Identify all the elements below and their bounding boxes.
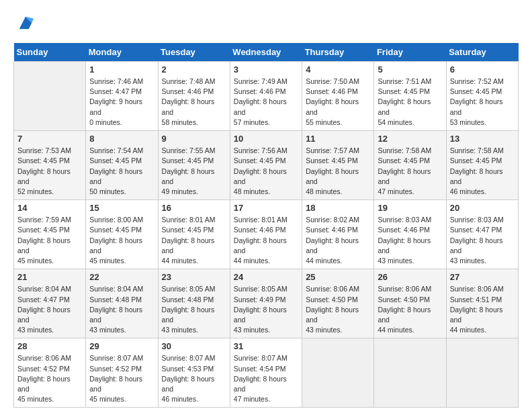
day-number: 21: [17, 272, 82, 282]
day-info: Sunrise: 7:53 AMSunset: 4:45 PMDaylight:…: [17, 146, 82, 197]
calendar-cell: 26Sunrise: 8:06 AMSunset: 4:50 PMDayligh…: [374, 269, 446, 338]
day-info: Sunrise: 7:48 AMSunset: 4:46 PMDaylight:…: [162, 77, 226, 128]
calendar-cell: 11Sunrise: 7:57 AMSunset: 4:45 PMDayligh…: [302, 131, 374, 200]
day-info: Sunrise: 8:01 AMSunset: 4:45 PMDaylight:…: [162, 215, 226, 266]
calendar-cell: 6Sunrise: 7:52 AMSunset: 4:45 PMDaylight…: [446, 62, 518, 131]
calendar-cell: 2Sunrise: 7:48 AMSunset: 4:46 PMDaylight…: [158, 62, 230, 131]
day-info: Sunrise: 8:03 AMSunset: 4:46 PMDaylight:…: [378, 215, 442, 266]
day-number: 17: [234, 203, 298, 213]
calendar-cell: 20Sunrise: 8:03 AMSunset: 4:47 PMDayligh…: [446, 200, 518, 269]
day-info: Sunrise: 7:52 AMSunset: 4:45 PMDaylight:…: [450, 77, 515, 128]
day-number: 10: [234, 134, 298, 144]
calendar-week-row: 14Sunrise: 7:59 AMSunset: 4:45 PMDayligh…: [14, 200, 519, 269]
logo-icon: [16, 13, 35, 32]
day-number: 11: [306, 134, 370, 144]
calendar-cell: 4Sunrise: 7:50 AMSunset: 4:46 PMDaylight…: [302, 62, 374, 131]
calendar-header: SundayMondayTuesdayWednesdayThursdayFrid…: [14, 43, 519, 62]
day-info: Sunrise: 8:02 AMSunset: 4:46 PMDaylight:…: [306, 215, 370, 266]
calendar-week-row: 21Sunrise: 8:04 AMSunset: 4:47 PMDayligh…: [14, 269, 519, 338]
day-info: Sunrise: 7:58 AMSunset: 4:45 PMDaylight:…: [378, 146, 442, 197]
calendar-cell: 18Sunrise: 8:02 AMSunset: 4:46 PMDayligh…: [302, 200, 374, 269]
calendar-cell: 10Sunrise: 7:56 AMSunset: 4:45 PMDayligh…: [230, 131, 302, 200]
day-number: 9: [162, 134, 226, 144]
calendar-week-row: 7Sunrise: 7:53 AMSunset: 4:45 PMDaylight…: [14, 131, 519, 200]
calendar-cell: 5Sunrise: 7:51 AMSunset: 4:45 PMDaylight…: [374, 62, 446, 131]
weekday-header: Tuesday: [158, 43, 230, 62]
weekday-header: Monday: [86, 43, 158, 62]
day-info: Sunrise: 7:59 AMSunset: 4:45 PMDaylight:…: [17, 215, 82, 266]
day-number: 7: [17, 134, 82, 144]
calendar-cell: 24Sunrise: 8:05 AMSunset: 4:49 PMDayligh…: [230, 269, 302, 338]
day-number: 27: [450, 272, 515, 282]
day-number: 16: [162, 203, 226, 213]
logo: [13, 13, 35, 32]
calendar-cell: 15Sunrise: 8:00 AMSunset: 4:45 PMDayligh…: [86, 200, 158, 269]
day-number: 29: [89, 341, 154, 351]
day-number: 25: [306, 272, 370, 282]
day-info: Sunrise: 8:03 AMSunset: 4:47 PMDaylight:…: [450, 215, 515, 266]
day-number: 28: [17, 341, 82, 351]
calendar-cell: 8Sunrise: 7:54 AMSunset: 4:45 PMDaylight…: [86, 131, 158, 200]
day-info: Sunrise: 8:06 AMSunset: 4:52 PMDaylight:…: [17, 353, 82, 404]
day-number: 26: [378, 272, 442, 282]
day-info: Sunrise: 8:04 AMSunset: 4:48 PMDaylight:…: [89, 284, 154, 335]
calendar-cell: 25Sunrise: 8:06 AMSunset: 4:50 PMDayligh…: [302, 269, 374, 338]
day-number: 31: [234, 341, 298, 351]
calendar-cell: [14, 62, 86, 131]
day-info: Sunrise: 8:05 AMSunset: 4:48 PMDaylight:…: [162, 284, 226, 335]
day-info: Sunrise: 8:05 AMSunset: 4:49 PMDaylight:…: [234, 284, 298, 335]
day-info: Sunrise: 8:04 AMSunset: 4:47 PMDaylight:…: [17, 284, 82, 335]
weekday-row: SundayMondayTuesdayWednesdayThursdayFrid…: [14, 43, 519, 62]
calendar-cell: 23Sunrise: 8:05 AMSunset: 4:48 PMDayligh…: [158, 269, 230, 338]
day-info: Sunrise: 7:46 AMSunset: 4:47 PMDaylight:…: [89, 77, 154, 128]
calendar-cell: 21Sunrise: 8:04 AMSunset: 4:47 PMDayligh…: [14, 269, 86, 338]
day-number: 22: [89, 272, 154, 282]
calendar-cell: 31Sunrise: 8:07 AMSunset: 4:54 PMDayligh…: [230, 338, 302, 408]
calendar-cell: 22Sunrise: 8:04 AMSunset: 4:48 PMDayligh…: [86, 269, 158, 338]
calendar-cell: 27Sunrise: 8:06 AMSunset: 4:51 PMDayligh…: [446, 269, 518, 338]
calendar-cell: [374, 338, 446, 408]
day-number: 30: [162, 341, 226, 351]
calendar-cell: 14Sunrise: 7:59 AMSunset: 4:45 PMDayligh…: [14, 200, 86, 269]
day-number: 2: [162, 64, 226, 75]
day-info: Sunrise: 8:06 AMSunset: 4:51 PMDaylight:…: [450, 284, 515, 335]
calendar-cell: [302, 338, 374, 408]
calendar-cell: 7Sunrise: 7:53 AMSunset: 4:45 PMDaylight…: [14, 131, 86, 200]
day-info: Sunrise: 8:07 AMSunset: 4:53 PMDaylight:…: [162, 353, 226, 404]
day-number: 19: [378, 203, 442, 213]
day-number: 4: [306, 64, 370, 75]
calendar-cell: 9Sunrise: 7:55 AMSunset: 4:45 PMDaylight…: [158, 131, 230, 200]
day-number: 6: [450, 64, 515, 75]
calendar-cell: 29Sunrise: 8:07 AMSunset: 4:52 PMDayligh…: [86, 338, 158, 408]
day-number: 18: [306, 203, 370, 213]
day-info: Sunrise: 7:57 AMSunset: 4:45 PMDaylight:…: [306, 146, 370, 197]
calendar-cell: 1Sunrise: 7:46 AMSunset: 4:47 PMDaylight…: [86, 62, 158, 131]
day-number: 15: [89, 203, 154, 213]
day-info: Sunrise: 7:58 AMSunset: 4:45 PMDaylight:…: [450, 146, 515, 197]
calendar-cell: 19Sunrise: 8:03 AMSunset: 4:46 PMDayligh…: [374, 200, 446, 269]
day-number: 14: [17, 203, 82, 213]
day-info: Sunrise: 7:51 AMSunset: 4:45 PMDaylight:…: [378, 77, 442, 128]
day-info: Sunrise: 7:56 AMSunset: 4:45 PMDaylight:…: [234, 146, 298, 197]
day-info: Sunrise: 7:49 AMSunset: 4:46 PMDaylight:…: [234, 77, 298, 128]
weekday-header: Friday: [374, 43, 446, 62]
day-number: 5: [378, 64, 442, 75]
calendar-cell: 3Sunrise: 7:49 AMSunset: 4:46 PMDaylight…: [230, 62, 302, 131]
page-header: [13, 13, 519, 32]
calendar-cell: [446, 338, 518, 408]
day-number: 1: [89, 64, 154, 75]
day-number: 12: [378, 134, 442, 144]
day-number: 20: [450, 203, 515, 213]
day-info: Sunrise: 7:55 AMSunset: 4:45 PMDaylight:…: [162, 146, 226, 197]
day-number: 24: [234, 272, 298, 282]
day-info: Sunrise: 7:54 AMSunset: 4:45 PMDaylight:…: [89, 146, 154, 197]
weekday-header: Thursday: [302, 43, 374, 62]
calendar-week-row: 1Sunrise: 7:46 AMSunset: 4:47 PMDaylight…: [14, 62, 519, 131]
day-number: 23: [162, 272, 226, 282]
calendar-cell: 16Sunrise: 8:01 AMSunset: 4:45 PMDayligh…: [158, 200, 230, 269]
calendar-cell: 13Sunrise: 7:58 AMSunset: 4:45 PMDayligh…: [446, 131, 518, 200]
day-info: Sunrise: 7:50 AMSunset: 4:46 PMDaylight:…: [306, 77, 370, 128]
day-number: 8: [89, 134, 154, 144]
day-info: Sunrise: 8:00 AMSunset: 4:45 PMDaylight:…: [89, 215, 154, 266]
day-info: Sunrise: 8:06 AMSunset: 4:50 PMDaylight:…: [306, 284, 370, 335]
